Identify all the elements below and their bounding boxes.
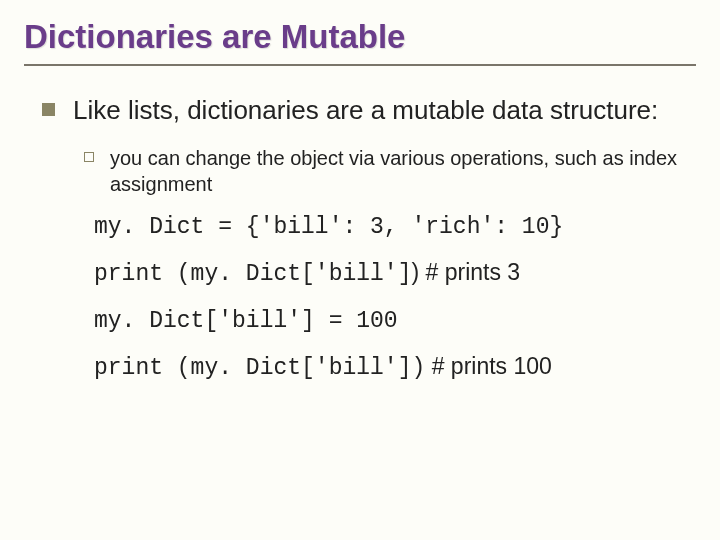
slide-title: Dictionaries are Mutable <box>24 18 696 66</box>
code-text: print (my. Dict['bill'] <box>94 261 411 287</box>
code-text: my. Dict = {'bill': 3, 'rich': 10} <box>94 214 563 240</box>
square-bullet-icon <box>42 103 55 116</box>
code-line-4: print (my. Dict['bill']) # prints 100 <box>94 352 696 383</box>
code-line-3: my. Dict['bill'] = 100 <box>94 305 696 336</box>
sub1-text: you can change the object via various op… <box>110 145 696 197</box>
paren-text: ) <box>411 259 419 285</box>
bullet-level2: you can change the object via various op… <box>84 145 696 197</box>
comment-text: # prints 3 <box>419 259 520 285</box>
bullet-level1: Like lists, dictionaries are a mutable d… <box>42 94 696 127</box>
code-text: my. Dict['bill'] = 100 <box>94 308 398 334</box>
comment-text: # prints 100 <box>425 353 552 379</box>
hollow-square-bullet-icon <box>84 152 94 162</box>
bullet1-text: Like lists, dictionaries are a mutable d… <box>73 94 658 127</box>
code-block: my. Dict = {'bill': 3, 'rich': 10} print… <box>94 211 696 382</box>
code-line-2: print (my. Dict['bill']) # prints 3 <box>94 258 696 289</box>
code-line-1: my. Dict = {'bill': 3, 'rich': 10} <box>94 211 696 242</box>
code-text: print (my. Dict['bill']) <box>94 355 425 381</box>
